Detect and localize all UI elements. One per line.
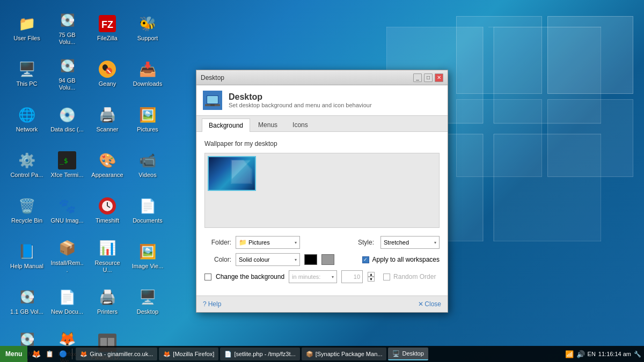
icon-network[interactable]: 🌐 Network xyxy=(8,99,46,139)
taskbar-app-mozilla[interactable]: 🦊 [Mozilla Firefox] xyxy=(159,348,218,360)
taskbar-icon-1[interactable]: 🦊 xyxy=(30,348,42,360)
icon-pictures[interactable]: 🖼️ Pictures xyxy=(129,99,166,139)
taskbar-icon-3[interactable]: 🔵 xyxy=(57,348,69,360)
color-swatch-black[interactable] xyxy=(304,254,317,265)
icon-scanner[interactable]: 🖨️ Scanner xyxy=(89,99,126,139)
icon-recycle-bin-label: Recycle Bin xyxy=(11,217,42,224)
bg-decoration xyxy=(440,0,644,346)
taskbar-items: 🦊 📋 🔵 🦊 Gina - ginamiller.co.uk... 🦊 [Mo… xyxy=(27,348,562,360)
dialog-maximize-button[interactable]: □ xyxy=(424,73,433,82)
taskbar-separator xyxy=(72,349,72,359)
tab-icons[interactable]: Icons xyxy=(286,118,315,131)
icon-11gb-label: 1.1 GB Vol... xyxy=(10,308,43,315)
icon-support[interactable]: 🐝 Support xyxy=(129,8,166,48)
taskbar-icon-2[interactable]: 📋 xyxy=(43,348,55,360)
change-bg-row: Change the background in minutes: ▾ ▲ ▼ … xyxy=(204,270,440,283)
icon-geany[interactable]: Geany xyxy=(89,54,126,94)
taskbar-tray-icon-3[interactable]: EN xyxy=(588,351,596,357)
wallpaper-item-selected[interactable] xyxy=(208,156,256,191)
folder-icon-small: 📁 xyxy=(239,239,247,246)
style-select-arrow: ▾ xyxy=(434,240,436,245)
close-button[interactable]: ✕ Close xyxy=(418,300,441,308)
icon-user-files[interactable]: 📁 User Files xyxy=(8,8,46,48)
icon-gnu-image[interactable]: 🐾 GNU Imag... xyxy=(48,190,86,231)
random-order-checkbox[interactable] xyxy=(383,274,390,280)
apply-workspaces-checkbox[interactable] xyxy=(362,256,369,263)
icon-xfce-terminal-label: Xfce Termi... xyxy=(51,172,84,179)
icon-11gb[interactable]: 💽 1.1 GB Vol... xyxy=(8,282,46,322)
dialog-app-title: Desktop xyxy=(229,92,372,102)
icon-new-document[interactable]: 📄 New Docu... xyxy=(48,282,86,322)
dialog-tabs: Background Menus Icons xyxy=(196,116,448,132)
icon-help-manual[interactable]: 📘 Help Manual xyxy=(8,236,46,276)
desktop: 📁 User Files 💽 75 GB Volu... FZ FileZill… xyxy=(0,0,644,362)
dialog-close-button[interactable]: ✕ xyxy=(435,73,443,82)
icon-timeshift[interactable]: Timeshift xyxy=(89,190,126,231)
icon-filezilla[interactable]: FZ FileZilla xyxy=(89,8,126,48)
minutes-up[interactable]: ▲ xyxy=(368,272,375,277)
dialog-header-text: Desktop Set desktop background and menu … xyxy=(229,92,372,108)
start-menu-button[interactable]: Menu xyxy=(0,346,27,362)
icon-pictures-label: Pictures xyxy=(137,126,158,133)
taskbar-app-gina[interactable]: 🦊 Gina - ginamiller.co.uk... xyxy=(76,348,157,360)
tab-background[interactable]: Background xyxy=(202,119,250,132)
dialog-minimize-button[interactable]: _ xyxy=(413,73,422,82)
icon-printers-label: Printers xyxy=(97,308,118,315)
icon-gnu-image-label: GNU Imag... xyxy=(50,217,83,224)
minutes-select[interactable]: in minutes: ▾ xyxy=(289,270,337,283)
taskbar-app-desktop-icon: 🖥️ xyxy=(392,350,400,357)
minutes-input[interactable] xyxy=(341,270,363,283)
change-bg-checkbox[interactable] xyxy=(204,274,211,280)
help-button[interactable]: ? Help xyxy=(203,300,221,308)
color-select[interactable]: Solid colour ▾ xyxy=(236,253,300,266)
style-value: Stretched xyxy=(384,239,434,246)
taskbar-app-desktop[interactable]: 🖥️ Desktop xyxy=(388,348,428,360)
apply-workspaces-row: Apply to all workspaces xyxy=(362,256,440,263)
icon-94gb[interactable]: 💽 94 GB Volu... xyxy=(48,54,86,94)
folder-select-arrow: ▾ xyxy=(295,240,297,245)
icon-this-pc[interactable]: 🖥️ This PC xyxy=(8,54,46,94)
icon-xfce-terminal[interactable]: _$ Xfce Termi... xyxy=(48,145,86,185)
dialog-content: Wallpaper for my desktop Folder: 📁 Pictu… xyxy=(196,132,448,295)
icon-desktop[interactable]: 🖥️ Desktop xyxy=(129,282,166,322)
tab-menus[interactable]: Menus xyxy=(251,118,284,131)
icon-75gb-label: 75 GB Volu... xyxy=(50,32,84,46)
icon-control-panel-label: Control Pa... xyxy=(10,172,43,179)
icon-appearance-label: Appearance xyxy=(91,172,123,179)
taskbar-app-gina-label: Gina - ginamiller.co.uk... xyxy=(90,351,153,357)
taskbar-tray-icon-1[interactable]: 📶 xyxy=(565,350,574,358)
icon-printers[interactable]: 🖨️ Printers xyxy=(89,282,126,322)
dialog-title: Desktop xyxy=(201,74,224,82)
icon-documents[interactable]: 📄 Documents xyxy=(129,190,166,231)
icon-image-viewer[interactable]: 🖼️ Image Vie... xyxy=(129,236,166,276)
minutes-down[interactable]: ▼ xyxy=(368,277,375,282)
taskbar-app-synaptic[interactable]: 📦 [Synaptic Package Man... xyxy=(302,348,387,360)
icon-image-viewer-label: Image Vie... xyxy=(132,263,164,270)
close-label: Close xyxy=(425,300,441,308)
icon-recycle-bin[interactable]: 🗑️ Recycle Bin xyxy=(8,190,46,231)
taskbar-tray-icon-2[interactable]: 🔊 xyxy=(576,350,585,358)
icon-downloads[interactable]: 📥 Downloads xyxy=(129,54,166,94)
taskbar-app-setlite[interactable]: 📄 [setlite.php - /tmp/fz3t... xyxy=(220,348,299,360)
dialog-window-controls: _ □ ✕ xyxy=(413,73,443,82)
folder-select[interactable]: 📁 Pictures ▾ xyxy=(236,236,300,249)
icon-videos[interactable]: 📹 Videos xyxy=(129,145,166,185)
taskbar-clock[interactable]: 11:16:14 am xyxy=(598,350,631,358)
taskbar-tray-icon-4[interactable]: 🔧 xyxy=(634,351,641,358)
color-row: Color: Solid colour ▾ Apply to all works… xyxy=(204,253,440,266)
taskbar: Menu 🦊 📋 🔵 🦊 Gina - ginamiller.co.uk... … xyxy=(0,346,644,362)
dialog-footer: ? Help ✕ Close xyxy=(196,295,448,312)
icon-control-panel[interactable]: ⚙️ Control Pa... xyxy=(8,145,46,185)
icon-data-disc[interactable]: 💿 Data disc (... xyxy=(48,99,86,139)
wallpaper-grid[interactable] xyxy=(204,153,440,228)
style-select[interactable]: Stretched ▾ xyxy=(380,236,440,249)
icon-75gb[interactable]: 💽 75 GB Volu... xyxy=(48,8,86,48)
icon-install-remove[interactable]: 📦 Install/Rem... xyxy=(48,236,86,276)
start-menu-label: Menu xyxy=(5,350,22,358)
taskbar-app-synaptic-icon: 📦 xyxy=(306,351,313,358)
color-swatch-gray[interactable] xyxy=(321,254,334,265)
icon-appearance[interactable]: 🎨 Appearance xyxy=(89,145,126,185)
folder-value: Pictures xyxy=(247,239,295,246)
icon-resource-u[interactable]: 📊 Resource U... xyxy=(89,236,126,276)
icon-this-pc-label: This PC xyxy=(16,80,37,87)
